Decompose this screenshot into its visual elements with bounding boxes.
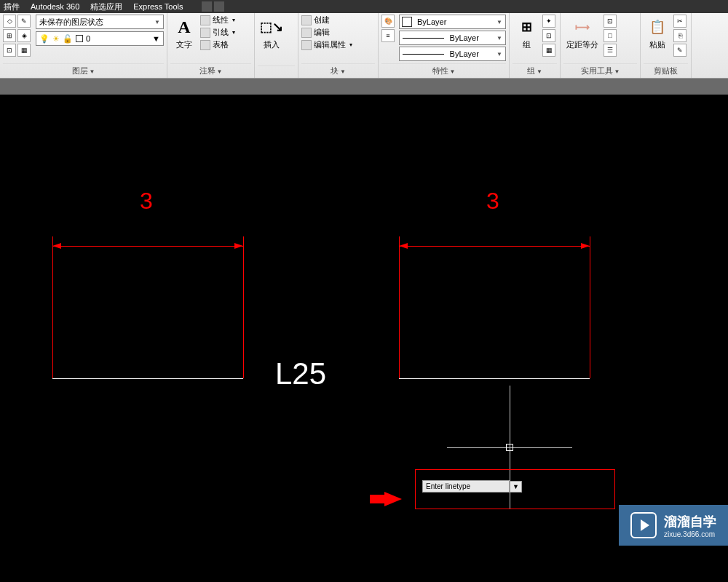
clip-icon-3[interactable]: ✎: [673, 44, 687, 57]
dynamic-input-arrow[interactable]: ▼: [510, 481, 522, 493]
panel-title-clip: 剪贴板: [644, 63, 688, 78]
leader-icon: [200, 28, 210, 38]
dim-ext-left-r: [243, 236, 244, 378]
menu-icon-2[interactable]: [214, 1, 224, 12]
dim-arrow-left-l: [52, 243, 61, 249]
line-right: [399, 378, 590, 379]
util-icon-2[interactable]: □: [604, 29, 617, 42]
panel-title-annotate[interactable]: 注释▼: [170, 63, 251, 78]
dim-line-left: [52, 246, 243, 247]
paste-button[interactable]: 📋 粘贴: [644, 15, 671, 63]
props-list-icon[interactable]: ≡: [381, 29, 395, 42]
bulb-icon: 💡: [39, 34, 50, 44]
dim-text-right: 3: [486, 188, 499, 215]
dim-text-left: 3: [140, 188, 153, 215]
edit-attr-button[interactable]: 编辑属性▾: [301, 39, 352, 50]
group-icon-2[interactable]: ⊡: [542, 29, 555, 42]
menu-autodesk360[interactable]: Autodesk 360: [31, 2, 79, 11]
util-icon-1[interactable]: ⊡: [604, 15, 617, 28]
dynamic-input[interactable]: Enter linetype ▼: [422, 480, 522, 493]
watermark: 溜溜自学 zixue.3d66.com: [619, 505, 728, 546]
table-icon: [200, 40, 210, 50]
layer-icon-4[interactable]: ◈: [17, 29, 31, 42]
edit-icon: [301, 28, 312, 38]
group-icon-1[interactable]: ✦: [542, 15, 555, 28]
insert-label: 插入: [264, 39, 280, 50]
copy-icon[interactable]: ⎘: [673, 29, 687, 42]
chevron-down-icon: ▼: [154, 19, 160, 25]
menu-icon-1[interactable]: [202, 1, 212, 12]
panel-title-util[interactable]: 实用工具▼: [563, 63, 637, 78]
match-props-icon[interactable]: 🎨: [381, 15, 395, 28]
drawing-label: L25: [275, 356, 326, 391]
panel-clip: 📋 粘贴 ✂ ⎘ ✎ 剪贴板: [641, 13, 692, 78]
sun-icon: ☀: [52, 34, 60, 44]
insert-button[interactable]: ⬚↘ 插入: [258, 15, 285, 65]
menu-featured[interactable]: 精选应用: [90, 1, 122, 12]
layer-color-swatch: [76, 35, 83, 42]
dim-arrow-left-r: [234, 243, 243, 249]
layer-icon-1[interactable]: ◇: [3, 15, 16, 28]
panel-title-layer[interactable]: 图层▼: [3, 63, 164, 78]
panel-util: ⟼ 定距等分 ⊡ □ ☰ 实用工具▼: [561, 13, 641, 78]
util-icon-3[interactable]: ☰: [604, 44, 617, 57]
menu-icons: [202, 1, 224, 12]
linear-dim-button[interactable]: 线性▾: [200, 15, 235, 25]
dim-ext-right-r: [590, 236, 590, 378]
line-left: [52, 378, 243, 379]
panel-insert: ⬚↘ 插入: [255, 13, 298, 78]
panel-group: ⊞ 组 ✦ ⊡ ▦ 组▼: [510, 13, 561, 78]
table-button[interactable]: 表格: [200, 39, 235, 50]
layer-icon-6[interactable]: ▦: [17, 44, 31, 57]
play-icon: [630, 512, 657, 538]
annotation-arrow: [384, 492, 402, 506]
attr-icon: [301, 40, 312, 50]
group-button[interactable]: ⊞ 组: [513, 15, 540, 63]
dynamic-input-field[interactable]: Enter linetype: [422, 480, 510, 493]
tab-strip: [0, 79, 728, 95]
linetype-dropdown[interactable]: ByLayer ▼: [399, 47, 506, 61]
drawing-canvas[interactable]: 3 3 L25 Enter linetype ▼ 溜溜自学 zixue.3d66…: [0, 95, 728, 582]
annotation-arrow-tail: [370, 495, 384, 503]
panel-title-block[interactable]: 块▼: [301, 63, 375, 78]
color-dropdown[interactable]: ByLayer ▼: [399, 15, 506, 29]
chevron-down-icon: ▼: [152, 34, 160, 43]
ribbon: ◇ ✎ ⊞ ◈ ⊡ ▦ 未保存的图层状态 ▼ 💡: [0, 13, 728, 79]
cut-icon[interactable]: ✂: [673, 15, 687, 28]
text-button[interactable]: A 文字: [170, 15, 198, 63]
menu-bar: 插件 Autodesk 360 精选应用 Express Tools: [0, 0, 728, 13]
layer-state-label: 未保存的图层状态: [39, 17, 103, 28]
menu-express[interactable]: Express Tools: [133, 2, 183, 11]
menu-plugin[interactable]: 插件: [4, 1, 20, 12]
text-label: 文字: [176, 39, 192, 50]
watermark-url: zixue.3d66.com: [664, 530, 716, 538]
color-swatch: [402, 17, 412, 27]
lock-icon: 🔓: [63, 34, 73, 44]
dim-ext-right-l: [399, 236, 400, 378]
panel-layer: ◇ ✎ ⊞ ◈ ⊡ ▦ 未保存的图层状态 ▼ 💡: [0, 13, 167, 78]
panel-props: 🎨 ≡ ByLayer ▼ ByLayer ▼ ByLayer ▼: [379, 13, 510, 78]
lineweight-dropdown[interactable]: ByLayer ▼: [399, 31, 506, 45]
layer-icon-2[interactable]: ✎: [17, 15, 31, 28]
panel-block: 创建 编辑 编辑属性▾ 块▼: [298, 13, 379, 78]
divide-button[interactable]: ⟼ 定距等分: [563, 15, 601, 63]
layer-current-name: 0: [86, 34, 90, 43]
pickbox: [506, 444, 513, 451]
group-icon-3[interactable]: ▦: [542, 44, 555, 57]
panel-title-props[interactable]: 特性▼: [381, 63, 506, 78]
chevron-down-icon: ▼: [494, 19, 505, 25]
layer-current-dropdown[interactable]: 💡 ☀ 🔓 0 ▼: [36, 31, 164, 46]
layer-icon-5[interactable]: ⊡: [3, 44, 16, 57]
layer-icon-3[interactable]: ⊞: [3, 29, 16, 42]
dim-arrow-right-r: [581, 243, 590, 249]
panel-title-insert: [258, 65, 295, 78]
edit-block-button[interactable]: 编辑: [301, 27, 352, 38]
create-icon: [301, 15, 312, 25]
leader-button[interactable]: 引线▾: [200, 27, 235, 38]
divide-icon: ⟼: [571, 16, 593, 38]
text-icon: A: [173, 16, 195, 38]
panel-title-group[interactable]: 组▼: [513, 63, 557, 78]
dim-line-right: [399, 246, 590, 247]
create-block-button[interactable]: 创建: [301, 15, 352, 25]
layer-state-dropdown[interactable]: 未保存的图层状态 ▼: [36, 15, 164, 29]
